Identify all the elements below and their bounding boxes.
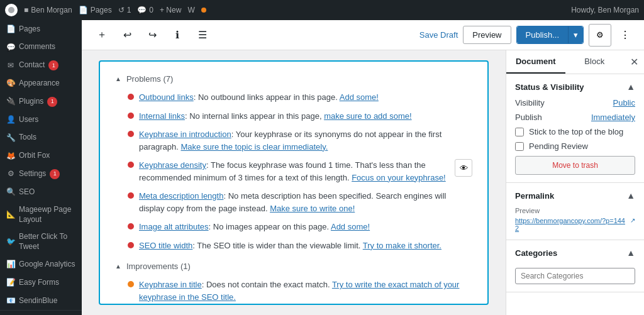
internal-links-link[interactable]: Internal links (139, 111, 185, 121)
save-draft-button[interactable]: Save Draft (419, 30, 458, 40)
panel-tabs-row: Document Block ✕ (506, 50, 644, 74)
pages-icon: 📄 (6, 24, 15, 35)
improvements-title: Improvements (1) (126, 262, 191, 271)
focus-keyphrase-link[interactable]: Focus on your keyphrase! (352, 173, 446, 182)
content-area: ＋ ↩ ↪ ℹ ☰ Save Draft Preview Publish... … (82, 20, 644, 315)
sidebar-item-users[interactable]: 👤 Users (0, 111, 82, 129)
mageewp-icon: 📐 (6, 209, 15, 220)
eye-button[interactable]: 👁 (455, 159, 472, 177)
status-visibility-header: Status & Visibility ▲ (515, 82, 635, 92)
red-dot (128, 242, 134, 248)
redo-button[interactable]: ↪ (142, 25, 162, 45)
categories-toggle[interactable]: ▲ (626, 248, 635, 258)
sidebar-settings-label: Settings (19, 169, 46, 179)
pending-review-checkbox[interactable] (515, 142, 524, 151)
sidebar-tools-label: Tools (19, 133, 36, 143)
sidebar-item-orbitfox[interactable]: 🦊 Orbit Fox (0, 147, 82, 165)
users-icon: 👤 (6, 114, 15, 125)
revisions-count[interactable]: ↺ 1 (118, 6, 131, 14)
categories-search-input[interactable] (515, 268, 635, 284)
sidebar-item-appearance[interactable]: 🎨 Appearance (0, 74, 82, 92)
sidebar-item-contact[interactable]: ✉ Contact 1 (0, 57, 82, 75)
easyforms-icon: 📝 (6, 277, 15, 288)
sidebar-item-googleanalytics[interactable]: 📊 Google Analytics (0, 255, 82, 274)
keyphrase-title-link[interactable]: Keyphrase in title (139, 280, 202, 289)
sidebar-item-comments[interactable]: 💬 Comments (0, 38, 82, 57)
issue-meta-description: Meta description length: No meta descrip… (128, 190, 472, 214)
sidebar-contact-label: Contact (19, 60, 45, 70)
sidebar-item-betterclick[interactable]: 🐦 Better Click To Tweet (0, 228, 82, 255)
preview-button[interactable]: Preview (463, 26, 511, 44)
orange-dot (128, 281, 134, 287)
outbound-links-link[interactable]: Outbound links (139, 92, 194, 102)
keyphrase-intro-link[interactable]: Keyphrase in introduction (139, 130, 231, 139)
status-visibility-toggle[interactable]: ▲ (626, 82, 635, 92)
publish-dropdown[interactable]: ▾ (568, 26, 583, 43)
image-alt-link[interactable]: Image alt attributes (139, 222, 209, 231)
googleanalytics-icon: 📊 (6, 259, 15, 270)
sidebar-appearance-label: Appearance (19, 79, 60, 89)
permalink-title: Permalink (515, 191, 554, 201)
undo-button[interactable]: ↩ (117, 25, 137, 45)
editor-content: ▲ Problems (7) Outbound links: No outbou… (82, 50, 506, 315)
permalink-preview-label: Preview (515, 207, 635, 214)
publish-value[interactable]: Immediately (591, 113, 635, 122)
sidebar-item-pages[interactable]: 📄 Pages (0, 20, 82, 38)
top-bar-right: Howdy, Ben Morgan (571, 6, 639, 14)
issue-keyphrase-density: Keyphrase density: The focus keyphrase w… (128, 159, 472, 184)
add-some-link-2[interactable]: Add some! (331, 222, 370, 231)
sidebar: 📄 Pages 💬 Comments ✉ Contact 1 🎨 Appeara… (0, 20, 82, 315)
panel-close-button[interactable]: ✕ (624, 52, 644, 72)
meta-desc-link[interactable]: Meta description length (139, 191, 223, 201)
permalink-toggle[interactable]: ▲ (626, 191, 635, 201)
collapse-menu[interactable]: ◀ Collapse menu (0, 310, 82, 315)
permalink-url[interactable]: https://benmorgancopy.com/?p=1442 (515, 217, 628, 232)
sidebar-item-easyforms[interactable]: 📝 Easy Forms (0, 274, 82, 292)
more-options-button[interactable]: ⋮ (616, 26, 634, 44)
info-button[interactable]: ℹ (167, 25, 187, 45)
issue-keyphrase-intro: Keyphrase in introduction: Your keyphras… (128, 128, 472, 153)
publish-button[interactable]: Publish... (517, 26, 568, 43)
betterclick-icon: 🐦 (6, 236, 15, 247)
keyphrase-density-link[interactable]: Keyphrase density (139, 160, 206, 170)
sidebar-pages-label: Pages (19, 25, 40, 35)
make-clear-link[interactable]: Make sure the topic is clear immediately… (181, 142, 328, 152)
sidebar-item-settings[interactable]: ⚙ Settings 1 (0, 165, 82, 183)
add-some-link-1[interactable]: Add some! (340, 92, 379, 102)
orbitfox-icon: 🦊 (6, 151, 15, 162)
problems-section-header[interactable]: ▲ Problems (7) (115, 74, 472, 84)
settings-panel-button[interactable]: ⚙ (589, 24, 611, 47)
improvements-section-header[interactable]: ▲ Improvements (1) (115, 262, 472, 271)
write-one-link[interactable]: Make sure to write one! (270, 204, 355, 213)
stick-to-top-label: Stick to the top of the blog (529, 127, 623, 136)
red-dot (128, 131, 134, 137)
orange-indicator (201, 8, 206, 13)
visibility-value[interactable]: Public (613, 98, 635, 108)
contact-badge: 1 (48, 60, 58, 70)
move-to-trash-button[interactable]: Move to trash (515, 156, 635, 175)
sidebar-item-tools[interactable]: 🔧 Tools (0, 129, 82, 147)
tab-document[interactable]: Document (506, 50, 565, 74)
stick-to-top-checkbox[interactable] (515, 128, 524, 136)
wp-icon[interactable]: W (187, 6, 194, 14)
sidebar-item-seo[interactable]: 🔍 SEO (0, 183, 82, 201)
new-post[interactable]: + New (160, 6, 181, 14)
comments-count[interactable]: 💬 0 (137, 6, 153, 14)
sidebar-item-sendinblue[interactable]: 📧 SendinBlue (0, 292, 82, 310)
site-name[interactable]: ■ Ben Morgan (24, 6, 72, 14)
issue-seo-title-width: SEO title width: The SEO title is wider … (128, 240, 472, 252)
wp-logo[interactable] (5, 4, 18, 16)
pages-link[interactable]: 📄 Pages (79, 6, 112, 14)
sidebar-item-mageewp[interactable]: 📐 Mageewp Page Layout (0, 201, 82, 228)
pending-review-row: Pending Review (515, 141, 635, 151)
permalink-header: Permalink ▲ (515, 191, 635, 201)
red-dot (128, 223, 134, 229)
problems-list: Outbound links: No outbound links appear… (128, 91, 472, 251)
tab-block[interactable]: Block (565, 50, 625, 74)
sidebar-item-plugins[interactable]: 🔌 Plugins 1 (0, 92, 82, 111)
add-block-button[interactable]: ＋ (92, 25, 112, 45)
seo-title-link[interactable]: SEO title width (139, 241, 192, 250)
make-shorter-link[interactable]: Try to make it shorter. (363, 241, 441, 250)
list-view-button[interactable]: ☰ (192, 25, 213, 45)
make-sure-add-link[interactable]: make sure to add some! (324, 111, 411, 121)
